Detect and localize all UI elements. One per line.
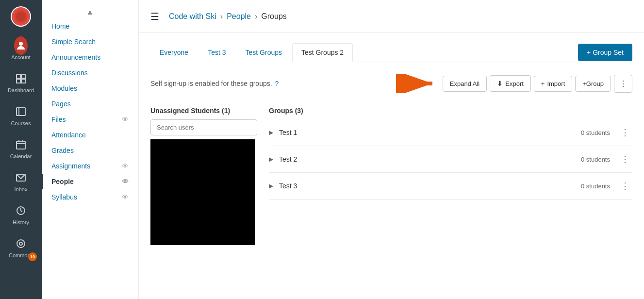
group-options-1[interactable]: ⋮ xyxy=(618,126,632,139)
app-logo[interactable] xyxy=(0,0,42,33)
nav-item-people[interactable]: People 👁 xyxy=(42,174,138,189)
assignments-visibility-icon: 👁 xyxy=(122,162,129,170)
nav-item-attendance[interactable]: Attendance xyxy=(42,127,138,143)
group-row: ▶ Test 2 0 students ⋮ xyxy=(269,146,632,173)
sidebar-item-label: Courses xyxy=(11,120,31,126)
breadcrumb-section[interactable]: People xyxy=(227,12,251,21)
import-plus-icon: + xyxy=(541,80,545,87)
nav-item-pages[interactable]: Pages xyxy=(42,96,138,112)
sidebar-item-history[interactable]: History xyxy=(0,198,42,231)
calendar-icon xyxy=(14,138,28,151)
secondary-nav: ▲ Home Simple Search Announcements Discu… xyxy=(42,0,139,299)
tab-test-groups[interactable]: Test Groups xyxy=(236,43,291,62)
group-options-3[interactable]: ⋮ xyxy=(618,180,632,192)
logo-circle xyxy=(11,6,31,27)
sidebar-item-inbox[interactable]: Inbox xyxy=(0,165,42,198)
action-bar: Self sign-up is enabled for these groups… xyxy=(150,70,632,97)
history-icon xyxy=(14,204,28,217)
nav-item-announcements[interactable]: Announcements xyxy=(42,50,138,65)
svg-rect-1 xyxy=(17,74,20,78)
groups-panel: Groups (3) ▶ Test 1 0 students ⋮ ▶ Test … xyxy=(269,107,632,245)
student-count-1: 0 students xyxy=(581,129,610,136)
group-options-2[interactable]: ⋮ xyxy=(618,153,632,166)
sidebar-item-label: Inbox xyxy=(15,186,28,192)
main-content: ☰ Code with Ski › People › Groups Everyo… xyxy=(139,0,644,299)
tabs: Everyone Test 3 Test Groups Test Groups … xyxy=(150,43,354,62)
svg-rect-3 xyxy=(17,79,20,83)
action-buttons-area: Expand All ⬇ Export + Import +Group ⋮ xyxy=(396,74,632,93)
svg-rect-5 xyxy=(17,108,25,116)
group-name-2: Test 2 xyxy=(279,155,581,163)
sidebar-item-label: History xyxy=(13,219,29,225)
export-button[interactable]: ⬇ Export xyxy=(490,75,531,92)
svg-point-0 xyxy=(19,42,23,46)
tab-test3[interactable]: Test 3 xyxy=(198,43,235,62)
group-name-1: Test 1 xyxy=(279,129,581,136)
self-signup-text: Self sign-up is enabled for these groups… xyxy=(150,80,279,87)
more-options-button[interactable]: ⋮ xyxy=(614,75,632,93)
expand-all-button[interactable]: Expand All xyxy=(443,76,487,92)
top-header: ☰ Code with Ski › People › Groups xyxy=(139,0,644,33)
courses-icon xyxy=(14,105,28,118)
expand-arrow-3[interactable]: ▶ xyxy=(269,183,273,189)
syllabus-visibility-icon: 👁 xyxy=(122,193,129,201)
dashboard-icon xyxy=(14,72,28,85)
people-visibility-icon: 👁 xyxy=(122,178,129,185)
help-icon[interactable]: ? xyxy=(275,80,279,87)
unassigned-students-panel: Unassigned Students (1) xyxy=(150,107,257,245)
sidebar-item-dashboard[interactable]: Dashboard xyxy=(0,66,42,99)
sidebar-item-calendar[interactable]: Calendar xyxy=(0,132,42,165)
content-area: Everyone Test 3 Test Groups Test Groups … xyxy=(139,33,644,299)
scroll-up-indicator: ▲ xyxy=(42,6,138,18)
user-list-placeholder xyxy=(150,139,255,245)
sidebar-item-commons[interactable]: Commons 10 xyxy=(0,231,42,264)
add-group-button[interactable]: +Group xyxy=(575,76,611,92)
commons-badge: 10 xyxy=(28,252,37,261)
import-button[interactable]: + Import xyxy=(534,76,572,92)
add-group-set-button[interactable]: + Group Set xyxy=(578,44,632,61)
tab-test-groups-2[interactable]: Test Groups 2 xyxy=(292,43,353,62)
tabs-row: Everyone Test 3 Test Groups Test Groups … xyxy=(150,43,632,62)
nav-item-discussions[interactable]: Discussions xyxy=(42,65,138,81)
expand-arrow-1[interactable]: ▶ xyxy=(269,129,273,136)
sidebar-item-account[interactable]: Account xyxy=(0,33,42,66)
group-row: ▶ Test 1 0 students ⋮ xyxy=(269,119,632,146)
files-visibility-icon: 👁 xyxy=(122,116,129,123)
tab-everyone[interactable]: Everyone xyxy=(150,43,198,62)
action-buttons: Expand All ⬇ Export + Import +Group ⋮ xyxy=(443,75,632,93)
svg-point-13 xyxy=(17,240,25,248)
groups-title: Groups (3) xyxy=(269,107,632,115)
export-icon: ⬇ xyxy=(497,80,503,87)
student-count-3: 0 students xyxy=(581,183,610,190)
orange-arrow-annotation xyxy=(396,74,440,93)
nav-item-simple-search[interactable]: Simple Search xyxy=(42,34,138,50)
breadcrumb-current: Groups xyxy=(261,12,286,21)
inbox-icon xyxy=(14,171,28,184)
nav-item-grades[interactable]: Grades xyxy=(42,143,138,158)
group-row: ▶ Test 3 0 students ⋮ xyxy=(269,173,632,199)
nav-item-assignments[interactable]: Assignments 👁 xyxy=(42,158,138,174)
svg-rect-7 xyxy=(17,141,25,149)
account-icon xyxy=(14,39,28,52)
breadcrumb: Code with Ski › People › Groups xyxy=(169,12,287,21)
svg-rect-2 xyxy=(21,74,25,78)
sidebar-item-courses[interactable]: Courses xyxy=(0,99,42,132)
account-avatar xyxy=(14,36,28,55)
breadcrumb-course[interactable]: Code with Ski xyxy=(169,12,216,21)
hamburger-icon[interactable]: ☰ xyxy=(150,11,159,22)
nav-item-files[interactable]: Files 👁 xyxy=(42,112,138,127)
unassigned-title: Unassigned Students (1) xyxy=(150,107,257,115)
breadcrumb-sep-1: › xyxy=(220,12,223,21)
nav-item-syllabus[interactable]: Syllabus 👁 xyxy=(42,189,138,205)
sidebar-icons: Account Dashboard Courses xyxy=(0,0,42,299)
search-users-input[interactable] xyxy=(150,119,257,135)
breadcrumb-sep-2: › xyxy=(255,12,257,21)
sidebar-item-label: Calendar xyxy=(10,153,32,159)
svg-rect-4 xyxy=(21,79,25,83)
group-name-3: Test 3 xyxy=(279,182,581,190)
logo-inner xyxy=(12,7,30,26)
nav-item-modules[interactable]: Modules xyxy=(42,81,138,96)
expand-arrow-2[interactable]: ▶ xyxy=(269,156,273,163)
secondary-nav-scroll: ▲ Home Simple Search Announcements Discu… xyxy=(42,0,138,299)
nav-item-home[interactable]: Home xyxy=(42,18,138,34)
